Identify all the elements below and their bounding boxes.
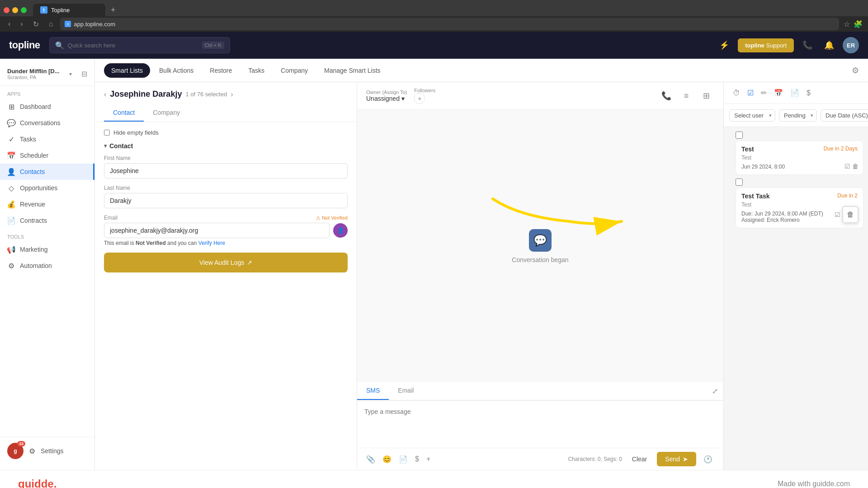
sidebar-item-marketing[interactable]: 📢 Marketing	[0, 241, 94, 258]
tab-contact[interactable]: Contact	[104, 104, 144, 122]
sidebar-item-tasks[interactable]: ✓ Tasks	[0, 131, 94, 147]
tab-bulk-actions[interactable]: Bulk Actions	[152, 63, 201, 78]
conversation-begin-text: Conversation began	[512, 256, 568, 263]
phone-action-button[interactable]: 📞	[658, 88, 675, 104]
history-icon-button[interactable]: ⏱	[729, 86, 744, 100]
sidebar-item-label: Dashboard	[20, 103, 51, 110]
window-close-button[interactable]	[4, 7, 9, 13]
back-button[interactable]: ‹	[5, 18, 13, 30]
forward-button[interactable]: ›	[18, 18, 25, 30]
task-item: Test Task Due in 2 Test Due: Jun 29 2024…	[728, 178, 863, 228]
sidebar-item-opportunities[interactable]: ◇ Opportunities	[0, 180, 94, 196]
task-title: Test Task	[741, 192, 770, 200]
search-input[interactable]	[68, 42, 198, 49]
tab-smart-lists[interactable]: Smart Lists	[104, 63, 150, 78]
first-name-input[interactable]	[104, 163, 348, 178]
prev-contact-button[interactable]: ‹	[104, 90, 106, 99]
sidebar-item-contracts[interactable]: 📄 Contracts	[0, 212, 94, 229]
schedule-button[interactable]: 🕐	[700, 453, 716, 465]
expand-action-button[interactable]: ⊞	[698, 88, 714, 104]
task-edit-button[interactable]: ☑	[844, 163, 850, 170]
task-delete-button[interactable]: 🗑	[842, 206, 859, 223]
address-bar[interactable]: t app.topline.com	[60, 18, 839, 30]
compose-expand-button[interactable]: ⤢	[707, 382, 723, 400]
sidebar-item-dashboard[interactable]: ⊞ Dashboard	[0, 99, 94, 115]
browser-tab-active[interactable]: t Topline	[33, 4, 105, 16]
hide-empty-checkbox[interactable]	[104, 130, 110, 136]
task-card-header: Test Due in 2 Days	[741, 145, 858, 153]
tab-tasks[interactable]: Tasks	[241, 63, 272, 78]
tab-manage-smart-lists[interactable]: Manage Smart Lists	[317, 63, 388, 78]
attach-button[interactable]: 📎	[364, 453, 377, 465]
calendar-icon-button[interactable]: 📅	[770, 86, 787, 100]
message-textarea[interactable]	[357, 401, 723, 446]
plus-button[interactable]: +	[425, 453, 432, 465]
sidebar-item-conversations[interactable]: 💬 Conversations	[0, 115, 94, 131]
last-name-input[interactable]	[104, 193, 348, 208]
tab-restore[interactable]: Restore	[203, 63, 239, 78]
contact-section-header[interactable]: ▾ Contact	[104, 142, 348, 150]
audit-logs-button[interactable]: View Audit Logs ↗	[104, 253, 348, 272]
tab-company[interactable]: Company	[274, 63, 315, 78]
phone-button[interactable]: 📞	[799, 37, 816, 53]
reload-button[interactable]: ↻	[30, 18, 42, 30]
tab-email[interactable]: Email	[389, 382, 423, 400]
settings-icon: ⚙	[28, 447, 36, 455]
sidebar-item-scheduler[interactable]: 📅 Scheduler	[0, 147, 94, 164]
filter-action-button[interactable]: ≡	[678, 88, 694, 104]
first-name-label: First Name	[104, 155, 348, 161]
send-button[interactable]: Send ➤	[657, 452, 696, 466]
task-checkbox[interactable]	[736, 131, 743, 139]
task-edit-button[interactable]: ☑	[835, 206, 840, 223]
next-contact-button[interactable]: ›	[231, 90, 233, 99]
sidebar-item-automation[interactable]: ⚙ Automation	[0, 258, 94, 274]
sidebar-item-contacts[interactable]: 👤 Contacts	[0, 164, 94, 180]
header-search-bar[interactable]: 🔍 Ctrl + K	[49, 37, 230, 53]
tab-company[interactable]: Company	[144, 104, 189, 122]
conversation-begin-icon: 💬	[529, 229, 552, 252]
email-input[interactable]	[104, 223, 330, 238]
task-checkbox[interactable]	[736, 178, 743, 186]
add-follower-button[interactable]: +	[414, 93, 425, 104]
sidebar-item-revenue[interactable]: 💰 Revenue	[0, 196, 94, 212]
owner-value[interactable]: Unassigned ▾	[366, 95, 407, 102]
select-user-dropdown[interactable]: Select user	[729, 109, 775, 122]
billing-icon-button[interactable]: $	[803, 86, 814, 100]
email-field: Email ⚠ Not Verified 👤 This email is Not…	[104, 215, 348, 246]
top-toolbar: Smart Lists Bulk Actions Restore Tasks C…	[95, 59, 868, 82]
clear-button[interactable]: Clear	[626, 452, 653, 466]
notifications-button[interactable]: 🔔	[821, 37, 837, 53]
task-delete-button[interactable]: 🗑	[852, 163, 859, 170]
tasks-icon-button[interactable]: ☑	[744, 86, 757, 100]
document-icon-button[interactable]: 📄	[787, 86, 803, 100]
tab-sms[interactable]: SMS	[357, 382, 389, 400]
task-actions: ☑ 🗑	[835, 206, 859, 223]
new-tab-button[interactable]: +	[107, 5, 119, 15]
support-button[interactable]: topline Support	[738, 38, 794, 52]
main-layout: Dunder Mifflin [D... Scranton, PA ▾ ⊟ Ap…	[0, 59, 868, 470]
lightning-button[interactable]: ⚡	[716, 37, 732, 53]
sidebar-item-settings[interactable]: ⚙ Settings	[28, 447, 64, 455]
home-button[interactable]: ⌂	[46, 18, 56, 30]
sidebar-item-label: Settings	[41, 447, 64, 455]
dollar-button[interactable]: $	[413, 453, 421, 465]
select-status-dropdown[interactable]: Pending	[779, 109, 817, 122]
org-selector[interactable]: Dunder Mifflin [D... Scranton, PA ▾ ⊟	[0, 64, 94, 86]
tab-title: Topline	[51, 7, 70, 14]
bookmark-button[interactable]: ☆	[844, 20, 850, 28]
edit-icon-button[interactable]: ✏	[757, 86, 770, 100]
collapse-sidebar-button[interactable]: ⊟	[81, 70, 87, 78]
verify-link[interactable]: Verify Here	[198, 240, 225, 246]
extensions-button[interactable]: 🧩	[854, 20, 863, 28]
toolbar-settings-button[interactable]: ⚙	[852, 66, 859, 75]
sidebar-bottom: g 33 ⚙ Settings	[0, 437, 94, 465]
window-maximize-button[interactable]	[21, 7, 27, 13]
emoji-button[interactable]: 😊	[381, 453, 393, 465]
user-avatar[interactable]: ER	[843, 37, 859, 53]
right-panel: ⏱ ☑ ✏ 📅 📄 $ Select user	[723, 82, 868, 470]
document-button[interactable]: 📄	[397, 453, 410, 465]
window-minimize-button[interactable]	[12, 7, 18, 13]
sidebar: Dunder Mifflin [D... Scranton, PA ▾ ⊟ Ap…	[0, 59, 95, 470]
apps-section-label: Apps	[0, 88, 94, 99]
select-due-dropdown[interactable]: Due Date (ASC)	[821, 109, 868, 122]
